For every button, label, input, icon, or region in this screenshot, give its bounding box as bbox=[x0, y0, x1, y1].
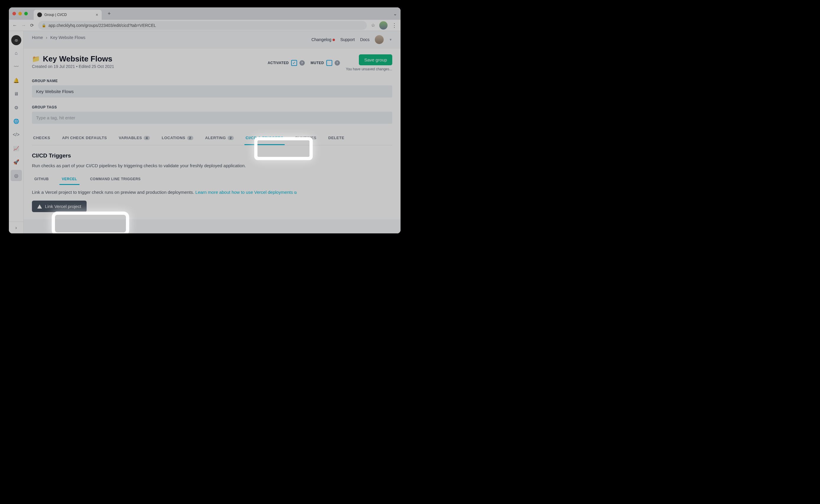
section-title: CI/CD Triggers bbox=[32, 152, 392, 159]
tab-locations[interactable]: LOCATIONS2 bbox=[160, 133, 194, 145]
home-icon[interactable]: ⌂ bbox=[11, 48, 22, 59]
tabs-row: CHECKS API CHECK DEFAULTS VARIABLES4 LOC… bbox=[32, 133, 392, 145]
tab-checks[interactable]: CHECKS bbox=[32, 133, 51, 145]
browser-menu-icon[interactable]: ⋮ bbox=[392, 22, 397, 29]
tab-cicd-triggers[interactable]: CI/CD & TRIGGERS bbox=[244, 133, 285, 145]
vercel-icon bbox=[37, 204, 42, 209]
traffic-lights bbox=[12, 12, 28, 15]
help-icon[interactable]: ? bbox=[334, 60, 340, 66]
breadcrumb-current: Key Website Flows bbox=[50, 35, 85, 40]
external-link-icon: ⧉ bbox=[294, 191, 297, 195]
support-link[interactable]: Support bbox=[340, 37, 355, 42]
forward-icon: → bbox=[21, 23, 26, 28]
gauge-icon[interactable]: ◎ bbox=[11, 170, 22, 181]
group-name-input[interactable] bbox=[32, 85, 392, 97]
browser-toolbar: ← → ⟳ 🔒 app.checklyhq.com/groups/223403/… bbox=[9, 20, 400, 31]
chevron-right-icon: › bbox=[46, 35, 47, 40]
page-meta: Created on 19 Jul 2021 • Edited 25 Oct 2… bbox=[32, 64, 114, 69]
subtab-cli[interactable]: COMMAND LINE TRIGGERS bbox=[88, 174, 143, 185]
group-name-label: GROUP NAME bbox=[32, 79, 392, 83]
lock-icon: 🔒 bbox=[42, 23, 46, 27]
tabs-menu-icon[interactable]: ⌄ bbox=[393, 11, 397, 17]
browser-titlebar: Group | CI/CD × + ⌄ bbox=[9, 7, 400, 20]
tab-delete[interactable]: DELETE bbox=[327, 133, 345, 145]
subtabs-row: GITHUB VERCEL COMMAND LINE TRIGGERS bbox=[32, 174, 392, 185]
learn-more-link[interactable]: Learn more about how to use Vercel deplo… bbox=[195, 190, 297, 195]
chart-icon[interactable]: 📈 bbox=[11, 143, 22, 154]
reload-icon[interactable]: ⟳ bbox=[30, 23, 34, 28]
rocket-icon[interactable]: 🚀 bbox=[11, 156, 22, 168]
maximize-window-icon[interactable] bbox=[24, 12, 28, 15]
save-button[interactable]: Save group bbox=[359, 54, 392, 65]
app-sidebar: 🦝 ⌂ 〰 🔔 🖥 ⚙ 🌐 </> 📈 🚀 ◎ › bbox=[9, 31, 24, 233]
group-tags-input[interactable] bbox=[32, 112, 392, 124]
locations-count-badge: 2 bbox=[187, 136, 193, 140]
tab-api-defaults[interactable]: API CHECK DEFAULTS bbox=[61, 133, 108, 145]
new-tab-icon[interactable]: + bbox=[108, 11, 111, 17]
tab-runtimes[interactable]: RUNTIMES bbox=[294, 133, 318, 145]
monitor-icon[interactable]: 🖥 bbox=[11, 88, 22, 100]
muted-label: MUTED bbox=[311, 61, 324, 65]
unsaved-changes-text: You have unsaved changes... bbox=[346, 67, 392, 71]
muted-checkbox[interactable] bbox=[326, 60, 332, 66]
profile-avatar[interactable] bbox=[379, 21, 387, 30]
section-desc: Run checks as part of your CI/CD pipelin… bbox=[32, 163, 392, 168]
app-logo-icon[interactable]: 🦝 bbox=[11, 35, 21, 45]
user-avatar[interactable] bbox=[375, 35, 384, 44]
globe-icon[interactable]: 🌐 bbox=[11, 116, 22, 127]
page-title: Key Website Flows bbox=[43, 54, 112, 64]
settings-icon[interactable]: ⚙ bbox=[11, 102, 22, 113]
url-bar[interactable]: 🔒 app.checklyhq.com/groups/223403/edit/c… bbox=[38, 21, 367, 30]
expand-sidebar-icon[interactable]: › bbox=[9, 222, 23, 233]
close-window-icon[interactable] bbox=[12, 12, 16, 15]
activity-icon[interactable]: 〰 bbox=[11, 61, 22, 72]
chevron-down-icon[interactable]: ▼ bbox=[389, 38, 392, 41]
link-vercel-button[interactable]: Link Vercel project bbox=[32, 201, 87, 212]
subtab-github[interactable]: GITHUB bbox=[32, 174, 51, 185]
code-icon[interactable]: </> bbox=[11, 129, 22, 140]
breadcrumb-home[interactable]: Home bbox=[32, 35, 43, 40]
back-icon[interactable]: ← bbox=[12, 23, 17, 28]
browser-tab[interactable]: Group | CI/CD × bbox=[34, 10, 102, 20]
bell-icon[interactable]: 🔔 bbox=[11, 75, 22, 86]
subtab-vercel[interactable]: VERCEL bbox=[59, 174, 79, 185]
docs-link[interactable]: Docs bbox=[360, 37, 369, 42]
bookmark-icon[interactable]: ☆ bbox=[371, 22, 375, 28]
changelog-link[interactable]: Changelog bbox=[311, 37, 335, 42]
group-tags-label: GROUP TAGS bbox=[32, 105, 392, 109]
close-tab-icon[interactable]: × bbox=[96, 12, 98, 17]
help-icon[interactable]: ? bbox=[299, 60, 305, 66]
variables-count-badge: 4 bbox=[144, 136, 150, 140]
tab-variables[interactable]: VARIABLES4 bbox=[118, 133, 151, 145]
tab-title: Group | CI/CD bbox=[44, 13, 93, 17]
tab-alerting[interactable]: ALERTING2 bbox=[204, 133, 235, 145]
favicon-icon bbox=[37, 12, 42, 17]
url-text: app.checklyhq.com/groups/223403/edit/cic… bbox=[48, 23, 156, 28]
vercel-desc: Link a Vercel project to trigger check r… bbox=[32, 190, 392, 195]
notification-dot-icon bbox=[332, 39, 335, 41]
activated-checkbox[interactable]: ✓ bbox=[291, 60, 297, 66]
alerting-count-badge: 2 bbox=[228, 136, 234, 140]
folder-icon: 📁 bbox=[32, 55, 40, 63]
minimize-window-icon[interactable] bbox=[18, 12, 22, 15]
breadcrumb: Home › Key Website Flows bbox=[32, 35, 85, 40]
activated-label: ACTIVATED bbox=[267, 61, 288, 65]
